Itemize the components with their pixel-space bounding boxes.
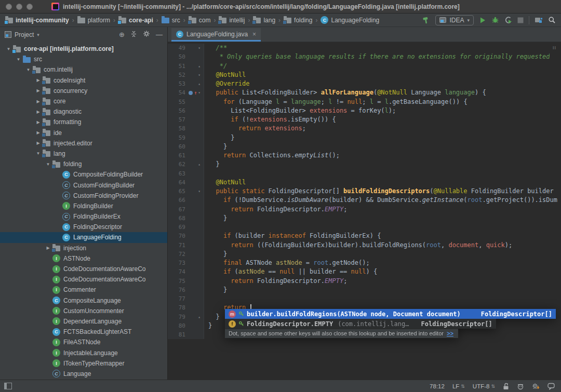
code-text[interactable]: return extensions; <box>204 124 306 133</box>
close-tab-icon[interactable]: × <box>252 31 256 38</box>
tree-item-foldingbuilderex[interactable]: CFoldingBuilderEx <box>0 211 167 222</box>
breadcrumb-item-languagefolding[interactable]: CLanguageFolding <box>319 16 380 24</box>
tree-item-folding[interactable]: ▼folding <box>0 159 167 169</box>
gutter-line-number[interactable]: 67 <box>168 205 188 214</box>
gutter-line-number[interactable]: 65 <box>168 187 188 196</box>
tree-item-concurrency[interactable]: ▶concurrency <box>0 86 167 96</box>
tree-item-formatting[interactable]: ▶formatting <box>0 117 167 127</box>
gutter-line-number[interactable]: 53 <box>168 79 188 88</box>
code-text[interactable]: if (!DumbService.isDumbAware(builder) &&… <box>204 196 557 205</box>
tree-item-astnode[interactable]: IASTNode <box>0 253 167 264</box>
gutter-line-number[interactable]: 80 <box>168 321 188 330</box>
breadcrumb-item-intellij[interactable]: intellij <box>218 16 246 24</box>
code-text[interactable]: } <box>204 214 227 223</box>
gutter-line-number[interactable]: 77 <box>168 294 188 303</box>
gutter-line-number[interactable]: 58 <box>168 124 188 133</box>
readonly-lock-icon[interactable] <box>503 383 509 390</box>
gutter-line-number[interactable]: 50 <box>168 52 188 61</box>
gutter-line-number[interactable]: 76 <box>168 286 188 294</box>
hide-panel-button[interactable]: — <box>156 31 163 38</box>
tree-item-customuncommenter[interactable]: ICustomUncommenter <box>0 306 167 316</box>
code-text[interactable]: } <box>204 133 235 142</box>
build-hammer-icon[interactable] <box>422 16 430 24</box>
tree-item-com-intellij[interactable]: ▼com.intellij <box>0 64 167 75</box>
fold-marker-icon[interactable]: ▴ <box>198 313 201 321</box>
stop-button[interactable] <box>517 17 524 23</box>
tree-item-foldingbuilder[interactable]: IFoldingBuilder <box>0 201 167 211</box>
code-text[interactable]: return FoldingDescriptor.EMPTY; <box>204 205 347 214</box>
breadcrumb-item-platform[interactable]: platform <box>76 16 111 24</box>
code-text[interactable]: @NotNull <box>204 71 246 79</box>
code-text[interactable]: @Override <box>204 79 249 88</box>
gutter-line-number[interactable]: 55 <box>168 98 188 106</box>
tree-item-dependentlanguage[interactable]: IDependentLanguage <box>0 316 167 327</box>
gutter-line-number[interactable]: 73 <box>168 259 188 267</box>
gutter-line-number[interactable]: 56 <box>168 106 188 115</box>
code-text[interactable] <box>204 330 208 339</box>
tree-item-language[interactable]: CLanguage <box>0 369 167 379</box>
code-editor[interactable]: II 49▾ /**50 * Only queries base languag… <box>168 42 561 380</box>
code-text[interactable]: if (astNode == null || builder == null) … <box>204 267 377 276</box>
line-separator-widget[interactable]: LF ⇅ <box>452 383 465 389</box>
collapse-all-button[interactable] <box>130 31 137 39</box>
project-structure-button[interactable] <box>535 16 543 24</box>
code-text[interactable]: public List<FoldingBuilder> allForLangua… <box>204 88 486 97</box>
code-text[interactable]: @NotNull <box>204 178 246 187</box>
gutter-line-number[interactable]: 81 <box>168 330 188 339</box>
toolwindow-toggle-icon[interactable] <box>4 383 12 389</box>
tree-item-diagnostic[interactable]: ▶diagnostic <box>0 106 167 117</box>
code-text[interactable]: if (!extensions.isEmpty()) { <box>204 115 336 124</box>
completion-hint-link[interactable]: >> <box>447 330 453 336</box>
search-everywhere-button[interactable] <box>548 16 556 24</box>
tree-item-customfoldingbuilder[interactable]: CCustomFoldingBuilder <box>0 180 167 190</box>
code-text[interactable]: return FoldingDescriptor.EMPTY; <box>204 277 347 286</box>
fold-marker-icon[interactable]: ▾ <box>198 187 201 196</box>
run-button[interactable] <box>479 17 486 24</box>
update-available-icon[interactable] <box>532 383 540 390</box>
fold-marker-icon[interactable]: ▾ <box>198 44 201 52</box>
tree-item-core-api-intellij-platform-core-[interactable]: ▼core-api [intellij.platform.core] <box>0 44 167 54</box>
close-window-button[interactable] <box>6 4 12 10</box>
notifications-bubble-icon[interactable] <box>547 383 555 390</box>
tree-item-compositefoldingbuilder[interactable]: CCompositeFoldingBuilder <box>0 169 167 180</box>
gutter-line-number[interactable]: 52 <box>168 71 188 79</box>
code-text[interactable]: } <box>204 321 212 330</box>
tree-expand-arrow-icon[interactable]: ▼ <box>14 57 23 62</box>
tree-item-lang[interactable]: ▼lang <box>0 148 167 159</box>
tree-item-languagefolding[interactable]: CLanguageFolding <box>0 232 167 242</box>
tree-item-customfoldingprovider[interactable]: CCustomFoldingProvider <box>0 191 167 201</box>
breadcrumb-item-core-api[interactable]: core-api <box>117 16 154 24</box>
fold-marker-icon[interactable]: ▴ <box>198 62 201 71</box>
run-with-coverage-button[interactable] <box>504 16 512 24</box>
breadcrumb-item-com[interactable]: com <box>188 16 212 24</box>
code-text[interactable]: List<FoldingBuilder> extensions = forKey… <box>204 106 396 115</box>
code-text[interactable]: for (Language l = language; l != null; l… <box>204 98 468 106</box>
tree-item-injection[interactable]: ▶injection <box>0 243 167 253</box>
code-text[interactable]: } <box>204 313 220 321</box>
code-text[interactable]: } <box>204 160 220 169</box>
caret-position-widget[interactable]: 78:12 <box>430 383 445 389</box>
gutter-line-number[interactable]: 59 <box>168 133 188 142</box>
tree-item-codedocumentationawareco[interactable]: ICodeDocumentationAwareCo <box>0 274 167 285</box>
debug-button[interactable] <box>491 16 499 24</box>
code-text[interactable]: * Only queries base language results if … <box>204 52 550 61</box>
gutter-line-number[interactable]: 71 <box>168 241 188 250</box>
completion-item[interactable]: mbuilder.buildFoldRegions(ASTNode node, … <box>225 309 556 319</box>
gutter-line-number[interactable]: 64 <box>168 178 188 187</box>
fold-marker-icon[interactable]: ▴ <box>198 79 201 88</box>
fold-marker-icon[interactable]: ▾ <box>198 71 201 79</box>
gutter-line-number[interactable]: 62 <box>168 160 188 169</box>
gutter-line-number[interactable]: 66 <box>168 196 188 205</box>
fold-marker-icon[interactable]: ▴ <box>198 160 201 169</box>
tree-item-itokentyperemapper[interactable]: IITokenTypeRemapper <box>0 358 167 369</box>
gutter-line-number[interactable]: 60 <box>168 142 188 151</box>
tree-item-codedocumentationawareco[interactable]: ICodeDocumentationAwareCo <box>0 264 167 274</box>
code-text[interactable]: /** <box>204 44 227 52</box>
breadcrumb-item-src[interactable]: src <box>161 16 181 24</box>
gutter-line-number[interactable]: 57 <box>168 115 188 124</box>
gutter-line-number[interactable]: 69 <box>168 223 188 232</box>
code-text[interactable] <box>204 223 208 232</box>
encoding-widget[interactable]: UTF-8 ⇅ <box>473 383 495 389</box>
gutter-line-number[interactable]: 61 <box>168 151 188 160</box>
tree-item-codeinsight[interactable]: ▶codeInsight <box>0 75 167 86</box>
